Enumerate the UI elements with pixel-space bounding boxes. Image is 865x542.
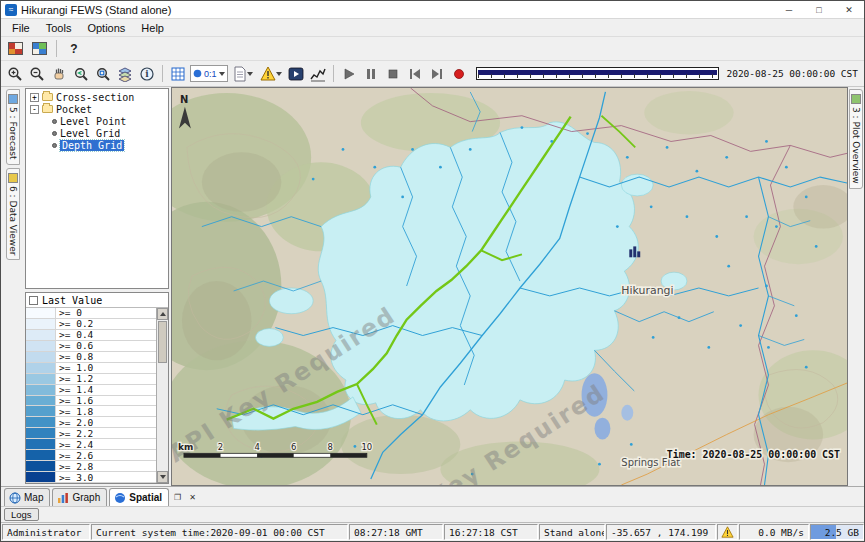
scroll-track[interactable] xyxy=(157,320,168,471)
explorer-button[interactable] xyxy=(5,39,25,59)
status-coordinates: -35.657 , 174.199 xyxy=(606,524,716,540)
legend-swatch xyxy=(26,417,56,427)
legend-row: >= 0.6 xyxy=(26,341,156,352)
map-canvas[interactable]: API Key Required API Key Required Hikura… xyxy=(172,88,847,485)
record-button[interactable] xyxy=(449,64,469,84)
legend-row: >= 0.4 xyxy=(26,330,156,341)
layers-button[interactable] xyxy=(115,64,135,84)
toolbar-separator xyxy=(162,65,163,82)
tab-spatial[interactable]: Spatial xyxy=(109,488,169,506)
close-button[interactable]: ✕ xyxy=(834,1,864,18)
legend-swatch xyxy=(26,330,56,340)
app-window: ≈ Hikurangi FEWS (Stand alone) ─ □ ✕ Fil… xyxy=(0,0,865,542)
folder-icon xyxy=(42,105,53,113)
menu-tools[interactable]: Tools xyxy=(39,21,79,35)
plot-overview-tab-icon xyxy=(851,94,861,104)
svg-text:i: i xyxy=(145,69,149,79)
tree-item-pocket[interactable]: - Pocket xyxy=(26,103,168,115)
spatial-display[interactable]: API Key Required API Key Required Hikura… xyxy=(171,87,848,486)
menu-help[interactable]: Help xyxy=(134,21,171,35)
tab-data-viewer[interactable]: 6 : Data Viewer xyxy=(6,168,20,260)
legend-scrollbar[interactable] xyxy=(156,308,168,483)
record-icon xyxy=(452,67,466,81)
right-tab-strip: 3 : Plot Overview xyxy=(848,87,864,486)
legend-swatch xyxy=(26,319,56,329)
time-slider[interactable] xyxy=(476,67,720,80)
status-warning-cell[interactable] xyxy=(717,524,738,540)
document-icon xyxy=(233,66,247,82)
go-to-end-button[interactable] xyxy=(427,64,447,84)
last-value-label: Last Value xyxy=(42,295,102,306)
node-bullet-icon xyxy=(52,131,57,136)
pan-button[interactable] xyxy=(49,64,69,84)
expand-icon[interactable]: + xyxy=(30,93,39,102)
scroll-thumb[interactable] xyxy=(158,321,167,363)
zoom-previous-button[interactable] xyxy=(71,64,91,84)
stop-button[interactable] xyxy=(383,64,403,84)
map-label-hikurangi: Hikurangi xyxy=(621,284,673,297)
folder-icon xyxy=(42,93,53,101)
chevron-down-icon xyxy=(247,72,253,76)
go-to-start-button[interactable] xyxy=(405,64,425,84)
last-value-checkbox[interactable] xyxy=(29,296,38,305)
minimize-button[interactable]: ─ xyxy=(774,1,804,18)
help-button[interactable]: ? xyxy=(64,39,84,59)
tree-item-level-point[interactable]: Level Point xyxy=(26,115,168,127)
profile-display-button[interactable] xyxy=(308,64,328,84)
legend-row: >= 2.2 xyxy=(26,428,156,439)
legend-row: >= 0 xyxy=(26,308,156,319)
node-bullet-icon xyxy=(52,119,57,124)
tab-map[interactable]: Map xyxy=(4,488,50,506)
tree-item-level-grid[interactable]: Level Grid xyxy=(26,127,168,139)
tab-graph[interactable]: Graph xyxy=(52,488,107,506)
legend-row: >= 1.8 xyxy=(26,406,156,417)
tab-plot-overview[interactable]: 3 : Plot Overview xyxy=(849,89,863,189)
app-logo-icon: ≈ xyxy=(5,4,17,16)
info-button[interactable]: i xyxy=(137,64,157,84)
stop-icon xyxy=(386,67,400,81)
pause-button[interactable] xyxy=(361,64,381,84)
zoom-in-button[interactable] xyxy=(5,64,25,84)
legend-row: >= 3.0 xyxy=(26,472,156,483)
maximize-button[interactable]: □ xyxy=(804,1,834,18)
legend-row: >= 2.8 xyxy=(26,461,156,472)
thresholds-button[interactable] xyxy=(258,64,284,84)
legend-swatch xyxy=(26,472,56,482)
grid-display-button[interactable] xyxy=(168,64,188,84)
menu-bar: File Tools Options Help xyxy=(1,19,864,37)
zoom-out-button[interactable] xyxy=(27,64,47,84)
legend-row: >= 1.4 xyxy=(26,385,156,396)
animation-button[interactable] xyxy=(286,64,306,84)
scroll-up-arrow-icon[interactable] xyxy=(157,308,168,320)
tab-forecast[interactable]: 5 : Forecast xyxy=(6,89,20,165)
status-network: 0.0 MB/s xyxy=(739,524,809,540)
scale-unit-label: km xyxy=(178,442,193,452)
legend-swatch xyxy=(26,439,56,449)
logs-button[interactable]: Logs xyxy=(4,508,39,521)
menu-options[interactable]: Options xyxy=(80,21,132,35)
legend-row: >= 1.6 xyxy=(26,396,156,407)
collapse-icon[interactable]: - xyxy=(30,105,39,114)
legend-row: >= 2.4 xyxy=(26,439,156,450)
timeseries-dialog-button[interactable] xyxy=(230,64,256,84)
pane-maximize-button[interactable]: ❐ xyxy=(171,491,184,504)
tree-item-depth-grid[interactable]: Depth Grid xyxy=(26,139,168,151)
legend-list: >= 0 >= 0.2 >= 0.4 >= 0.6 >= 0.8 >= 1.0 … xyxy=(26,308,156,483)
status-memory[interactable]: 2.5 GB xyxy=(810,524,864,540)
scroll-down-arrow-icon[interactable] xyxy=(157,471,168,483)
play-button[interactable] xyxy=(339,64,359,84)
spatial-icon xyxy=(114,492,126,504)
current-time-label: 2020-08-25 00:00:00 CST xyxy=(726,68,858,79)
legend-row: >= 0.2 xyxy=(26,319,156,330)
legend-swatch xyxy=(26,385,56,395)
map-display-button[interactable] xyxy=(29,39,49,59)
pane-close-button[interactable]: ✕ xyxy=(186,491,199,504)
menu-file[interactable]: File xyxy=(5,21,37,35)
chart-icon xyxy=(57,492,69,504)
zoom-extent-button[interactable] xyxy=(93,64,113,84)
tree-item-cross-section[interactable]: + Cross-section xyxy=(26,91,168,103)
chevron-down-icon xyxy=(276,72,282,76)
interval-combo[interactable]: 0:1 xyxy=(190,65,228,82)
status-mode: Stand alone xyxy=(539,524,605,540)
zoom-out-icon xyxy=(29,66,45,82)
